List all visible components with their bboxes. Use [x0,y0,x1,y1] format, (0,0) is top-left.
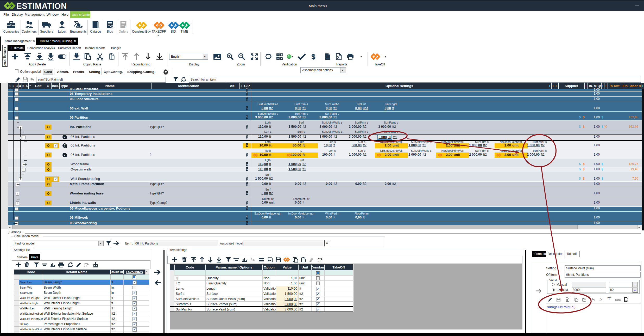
svg-text:a b: a b [318,260,321,262]
svg-text:$: $ [311,53,315,60]
svg-text:a b: a b [84,265,87,268]
svg-text:fæ: fæ [251,257,255,262]
svg-text:+: + [75,53,77,55]
svg-text:X: X [337,56,339,59]
svg-text:x: x [37,263,38,266]
svg-text:x: x [176,78,177,80]
svg-text:$: $ [125,25,127,28]
svg-text:X: X [566,299,568,301]
